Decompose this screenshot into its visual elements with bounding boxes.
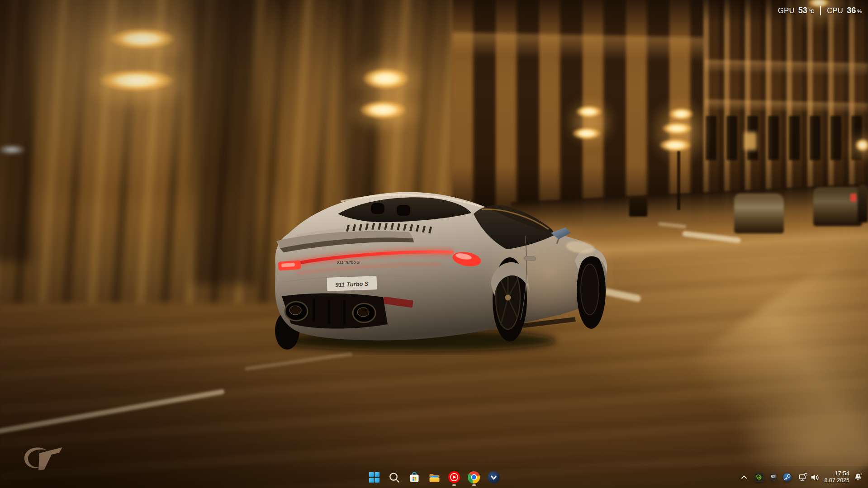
clock-date: 8.07.2025: [824, 477, 849, 484]
search-button[interactable]: [385, 467, 403, 487]
notification-bell-button[interactable]: z z: [852, 468, 864, 486]
gpu-label: GPU: [778, 6, 795, 15]
search-icon: [388, 471, 400, 483]
hidden-icons-button[interactable]: [738, 468, 750, 486]
parked-car-taillight: [850, 194, 857, 202]
parked-car: [734, 194, 784, 233]
bell-dnd-icon: z z: [853, 472, 863, 482]
start-button[interactable]: [365, 467, 384, 487]
street-lamp-streak: [98, 69, 175, 92]
tray-clock[interactable]: 17:54 8.07.2025: [824, 470, 849, 484]
svg-text:z: z: [861, 473, 862, 475]
car-badge-script: 911 Turbo S: [337, 260, 360, 265]
taskbar: EPIC GAMES: [0, 466, 868, 488]
chrome-button[interactable]: [465, 467, 483, 487]
chrome-icon: [468, 471, 480, 483]
car-headrest: [371, 203, 384, 214]
ethernet-network-icon: [798, 473, 808, 482]
overlay-divider: [820, 6, 821, 15]
street-lamp-streak: [109, 28, 175, 50]
lamp-post: [677, 151, 680, 210]
parked-car: [813, 187, 862, 226]
file-explorer-icon: [428, 471, 441, 483]
microsoft-store-icon: [408, 471, 421, 483]
svg-text:EPIC: EPIC: [771, 474, 776, 477]
running-indicator: [472, 484, 476, 486]
nvidia-settings-icon: [754, 473, 764, 482]
wall-lamp: [659, 138, 692, 152]
wall-lamp: [572, 127, 602, 140]
wall-lamp-halo: [556, 88, 624, 156]
car-license-plate: 911 Turbo S: [327, 276, 377, 291]
running-indicator: [452, 484, 456, 486]
wall-lamp: [669, 108, 694, 120]
svg-text:911 Turbo S: 911 Turbo S: [335, 280, 369, 289]
windows-start-icon: [368, 471, 380, 483]
hardware-monitor-overlay: GPU 53 °C CPU 36 %: [778, 6, 862, 15]
file-explorer-button[interactable]: [425, 467, 443, 487]
wall-lamp: [661, 122, 693, 135]
car-door-handle: [524, 256, 536, 261]
gpu-value: 53: [798, 6, 807, 15]
street-lamp-streak: [359, 100, 407, 119]
desktop: 911 Turbo S 911 Turbo S GPU 53 °C: [0, 0, 868, 488]
taskbar-center-icons: [365, 466, 503, 488]
gpu-unit: °C: [809, 9, 814, 14]
building-column-shadow: [0, 0, 32, 262]
microsoft-store-button[interactable]: [405, 467, 423, 487]
volume-button[interactable]: [809, 468, 821, 486]
network-button[interactable]: [797, 468, 809, 486]
system-tray: EPIC GAMES: [738, 466, 868, 488]
car-wheel-hub: [505, 295, 511, 301]
steam-tray-button[interactable]: [781, 468, 793, 486]
cpu-value: 36: [847, 6, 856, 15]
cpu-label: CPU: [827, 6, 843, 15]
epic-games-tray-button[interactable]: EPIC GAMES: [767, 468, 779, 486]
lit-doorway: [744, 132, 757, 150]
youtube-music-button[interactable]: [445, 467, 463, 487]
car-headrest: [397, 205, 410, 216]
light-streak: [0, 145, 26, 155]
chevron-up-icon: [740, 473, 749, 482]
car-front-rim: [581, 264, 599, 315]
youtube-music-icon: [448, 471, 460, 483]
porsche-911-wallpaper-car: 911 Turbo S 911 Turbo S: [269, 188, 613, 355]
cpu-unit: %: [857, 9, 862, 14]
steam-icon: [783, 473, 792, 482]
svg-text:GAMES: GAMES: [771, 477, 776, 479]
svg-text:z: z: [858, 474, 860, 478]
wall-lamp: [575, 105, 602, 118]
nvidia-tray-button[interactable]: [753, 468, 765, 486]
v-app-button[interactable]: [485, 467, 503, 487]
parked-car: [858, 185, 868, 223]
chrome-icon-core: [472, 475, 476, 479]
car-exhaust-inner: [357, 308, 369, 317]
epic-games-icon: EPIC GAMES: [769, 473, 778, 482]
v-chevron-icon: [488, 471, 500, 483]
street-lamp: [855, 138, 868, 152]
speaker-volume-icon: [810, 473, 820, 482]
trash-bin: [629, 198, 647, 217]
car-exhaust-inner: [289, 306, 301, 315]
clock-time: 17:54: [835, 470, 849, 477]
